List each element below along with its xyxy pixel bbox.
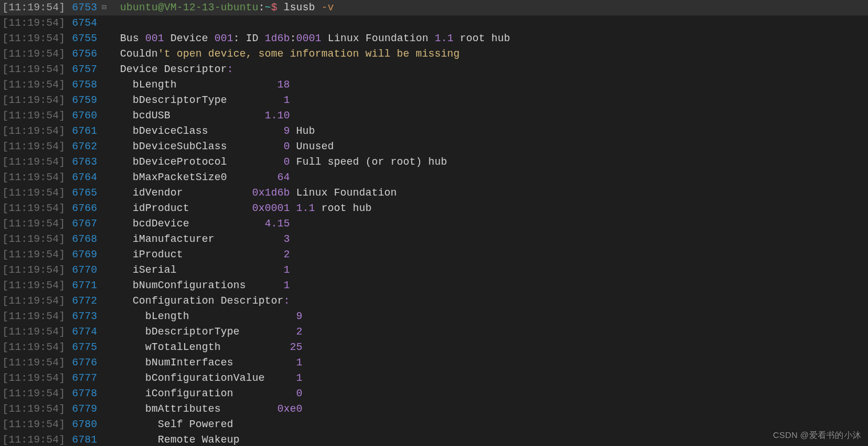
code-line[interactable]: [11:19:54]6772 Configuration Descriptor:	[0, 293, 868, 309]
code-line[interactable]: [11:19:54]6757Device Descriptor:	[0, 62, 868, 77]
token: iSerial	[120, 264, 284, 276]
code-line[interactable]: [11:19:54]6776 bNumInterfaces 1	[0, 355, 868, 371]
token: 1d6b	[265, 33, 290, 44]
code-line[interactable]: [11:19:54]6768 iManufacturer 3	[0, 232, 868, 247]
code-content: ubuntu@VM-12-13-ubuntu:~$ lsusb -v	[110, 0, 868, 15]
fold-icon[interactable]: ⊟	[98, 0, 110, 15]
code-line[interactable]: [11:19:54]6779 bmAttributes 0xe0	[0, 401, 868, 417]
timestamp: [11:19:54]	[0, 432, 72, 446]
token: 2	[296, 326, 302, 337]
token: idProduct	[120, 202, 252, 214]
code-line[interactable]: [11:19:54]6775 wTotalLength 25	[0, 340, 868, 355]
watermark: CSDN @爱看书的小沐	[773, 427, 861, 443]
token: lsusb	[284, 2, 321, 13]
timestamp: [11:19:54]	[0, 355, 72, 371]
code-content: Self Powered	[110, 417, 868, 432]
token: bLength	[120, 79, 277, 90]
token: -v	[321, 2, 334, 13]
fold-icon	[98, 309, 110, 324]
token: $	[271, 2, 284, 13]
code-content: bDescriptorType 1	[110, 93, 868, 108]
code-line[interactable]: [11:19:54]6755Bus 001 Device 001: ID 1d6…	[0, 31, 868, 46]
timestamp: [11:19:54]	[0, 401, 72, 417]
code-line[interactable]: [11:19:54]6777 bConfigurationValue 1	[0, 371, 868, 386]
fold-icon	[98, 201, 110, 216]
code-line[interactable]: [11:19:54]6762 bDeviceSubClass 0 Unused	[0, 139, 868, 154]
code-content: idVendor 0x1d6b Linux Foundation	[110, 185, 868, 201]
token: :	[258, 2, 265, 13]
fold-icon	[98, 154, 110, 170]
line-number: 6777	[72, 371, 98, 386]
token: 64	[277, 172, 290, 183]
line-number: 6764	[72, 170, 98, 185]
token: bLength	[120, 310, 296, 322]
token: 0x0001	[252, 202, 290, 214]
token: 0x1d6b	[252, 187, 290, 198]
code-line[interactable]: [11:19:54]6771 bNumConfigurations 1	[0, 278, 868, 293]
fold-icon	[98, 62, 110, 77]
fold-icon	[98, 31, 110, 46]
token: 4.15	[265, 218, 290, 229]
token: bcdUSB	[120, 110, 265, 121]
code-line[interactable]: [11:19:54]6764 bMaxPacketSize0 64	[0, 170, 868, 185]
code-content: bNumInterfaces 1	[110, 355, 868, 371]
code-content: bDeviceProtocol 0 Full speed (or root) h…	[110, 154, 868, 170]
token: bDescriptorType	[120, 94, 284, 106]
code-content: Bus 001 Device 001: ID 1d6b:0001 Linux F…	[110, 31, 868, 46]
code-line[interactable]: [11:19:54]6758 bLength 18	[0, 77, 868, 93]
token: 1	[284, 94, 290, 106]
code-line[interactable]: [11:19:54]6778 iConfiguration 0	[0, 386, 868, 401]
token: root hub	[315, 202, 372, 214]
code-line[interactable]: [11:19:54]6773 bLength 9	[0, 309, 868, 324]
token: 1	[284, 280, 290, 291]
timestamp: [11:19:54]	[0, 201, 72, 216]
code-content: bDeviceClass 9 Hub	[110, 124, 868, 139]
line-number: 6780	[72, 417, 98, 432]
timestamp: [11:19:54]	[0, 0, 72, 15]
token: bDeviceProtocol	[120, 156, 284, 168]
code-line[interactable]: [11:19:54]6759 bDescriptorType 1	[0, 93, 868, 108]
code-line[interactable]: [11:19:54]6766 idProduct 0x0001 1.1 root…	[0, 201, 868, 216]
token: bNumConfigurations	[120, 280, 284, 291]
token: Full speed (or root) hub	[290, 156, 447, 168]
code-content: bcdUSB 1.10	[110, 108, 868, 124]
fold-icon	[98, 401, 110, 417]
code-content: iConfiguration 0	[110, 386, 868, 401]
fold-icon	[98, 432, 110, 446]
code-line[interactable]: [11:19:54]6754	[0, 15, 868, 31]
code-line[interactable]: [11:19:54]6774 bDescriptorType 2	[0, 324, 868, 340]
token: ubuntu@VM-12-13-ubuntu	[120, 2, 258, 13]
token: iProduct	[120, 249, 284, 260]
code-line[interactable]: [11:19:54]6765 idVendor 0x1d6b Linux Fou…	[0, 185, 868, 201]
line-number: 6766	[72, 201, 98, 216]
line-number: 6756	[72, 46, 98, 62]
timestamp: [11:19:54]	[0, 247, 72, 262]
line-number: 6769	[72, 247, 98, 262]
code-line[interactable]: [11:19:54]6753⊟ubuntu@VM-12-13-ubuntu:~$…	[0, 0, 868, 15]
fold-icon	[98, 247, 110, 262]
code-line[interactable]: [11:19:54]6769 iProduct 2	[0, 247, 868, 262]
token: iManufacturer	[120, 233, 284, 245]
line-number: 6762	[72, 139, 98, 154]
timestamp: [11:19:54]	[0, 62, 72, 77]
timestamp: [11:19:54]	[0, 262, 72, 278]
code-line[interactable]: [11:19:54]6760 bcdUSB 1.10	[0, 108, 868, 124]
timestamp: [11:19:54]	[0, 309, 72, 324]
token: Device Descriptor	[120, 63, 227, 75]
code-line[interactable]: [11:19:54]6761 bDeviceClass 9 Hub	[0, 124, 868, 139]
code-line[interactable]: [11:19:54]6780 Self Powered	[0, 417, 868, 432]
code-line[interactable]: [11:19:54]6763 bDeviceProtocol 0 Full sp…	[0, 154, 868, 170]
code-line[interactable]: [11:19:54]6781 Remote Wakeup	[0, 432, 868, 446]
fold-icon	[98, 170, 110, 185]
token: 0001	[296, 33, 321, 44]
code-content: bcdDevice 4.15	[110, 216, 868, 232]
line-number: 6763	[72, 154, 98, 170]
code-line[interactable]: [11:19:54]6767 bcdDevice 4.15	[0, 216, 868, 232]
code-line[interactable]: [11:19:54]6756Couldn't open device, some…	[0, 46, 868, 62]
code-content: bMaxPacketSize0 64	[110, 170, 868, 185]
terminal-editor[interactable]: [11:19:54]6753⊟ubuntu@VM-12-13-ubuntu:~$…	[0, 0, 868, 446]
line-number: 6774	[72, 324, 98, 340]
code-content: bConfigurationValue 1	[110, 371, 868, 386]
code-line[interactable]: [11:19:54]6770 iSerial 1	[0, 262, 868, 278]
fold-icon	[98, 77, 110, 93]
